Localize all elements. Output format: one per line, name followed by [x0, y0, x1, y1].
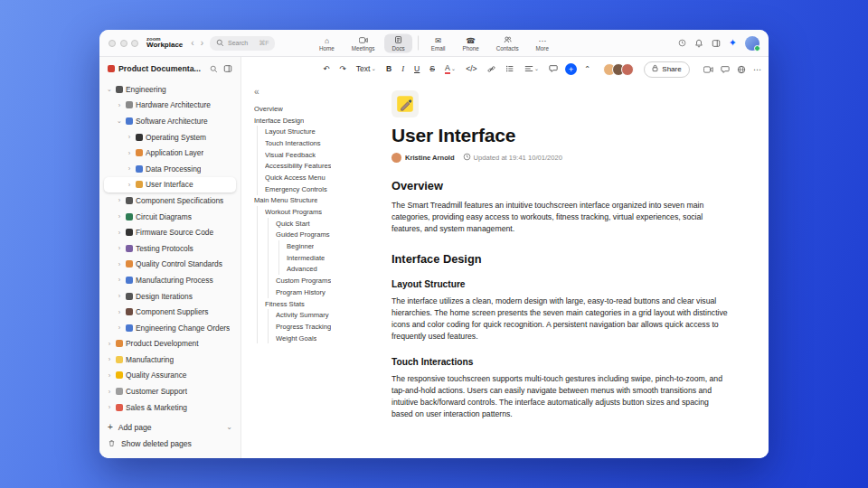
chevron-right-icon[interactable]: ›: [126, 149, 133, 157]
outline-item-advanced[interactable]: Advanced: [254, 264, 384, 276]
outline-item-quick-start[interactable]: Quick Start: [254, 218, 384, 230]
italic-button[interactable]: I: [399, 62, 407, 75]
outline-item-beginner[interactable]: Beginner: [254, 240, 384, 252]
redo-button[interactable]: ↷: [337, 62, 349, 75]
close-window-button[interactable]: [108, 40, 116, 47]
web-icon[interactable]: [737, 65, 746, 74]
outline-item-emergency-controls[interactable]: Emergency Controls: [254, 183, 384, 195]
chevron-right-icon[interactable]: ›: [116, 244, 123, 252]
strikethrough-button[interactable]: S: [427, 62, 438, 75]
add-page-button[interactable]: + Add page ⌄: [108, 420, 232, 434]
video-icon[interactable]: [703, 66, 713, 73]
outline-item-fitness-stats[interactable]: Fitness Stats: [254, 298, 384, 310]
outline-item-progress-tracking[interactable]: Progress Tracking: [254, 321, 384, 333]
collapse-outline-icon[interactable]: «: [254, 87, 384, 99]
doc-emoji-icon[interactable]: [392, 90, 419, 117]
outline-item-quick-access-menu[interactable]: Quick Access Menu: [254, 172, 384, 183]
chat-icon[interactable]: [721, 65, 730, 74]
outline-item-intermediate[interactable]: Intermediate: [254, 252, 384, 264]
text-style-button[interactable]: Text⌄: [354, 62, 379, 75]
sidebar-item-circuit-diagrams[interactable]: ›Circuit Diagrams: [104, 209, 236, 225]
sidebar-item-component-specifications[interactable]: ›Component Specifications: [104, 192, 236, 209]
chevron-right-icon[interactable]: ›: [106, 388, 113, 396]
bullet-list-button[interactable]: [503, 62, 517, 75]
sidebar-item-component-suppliers[interactable]: ›Component Suppliers: [104, 304, 236, 320]
more-h-icon[interactable]: ⋯: [753, 65, 761, 74]
bell-icon[interactable]: [694, 39, 703, 48]
tab-phone[interactable]: ☎Phone: [456, 33, 486, 52]
outline-item-visual-feedback[interactable]: Visual Feedback: [254, 149, 384, 161]
text-color-button[interactable]: A⌄: [442, 62, 458, 76]
bold-button[interactable]: B: [383, 62, 394, 75]
insert-button[interactable]: +: [565, 63, 577, 75]
sidebar-item-sales-marketing[interactable]: ›Sales & Marketing: [104, 399, 236, 416]
outline-item-layout-structure[interactable]: Layout Structure: [254, 126, 384, 137]
outline-item-program-history[interactable]: Program History: [254, 286, 384, 298]
notebook-title[interactable]: Product Documenta...: [118, 64, 206, 73]
chevron-down-icon[interactable]: ⌄: [116, 117, 123, 125]
chevron-down-icon[interactable]: ⌄: [226, 423, 232, 431]
chevron-right-icon[interactable]: ›: [126, 181, 133, 189]
outline-item-main-menu-structure[interactable]: Main Menu Structure: [254, 195, 384, 207]
forward-button[interactable]: ›: [201, 38, 203, 48]
tab-email[interactable]: ✉Email: [424, 33, 453, 52]
clock-icon[interactable]: [678, 39, 686, 47]
chevron-right-icon[interactable]: ›: [116, 212, 123, 221]
sidebar-item-user-interface[interactable]: ›User Interface: [104, 177, 236, 193]
collapse-sidebar-icon[interactable]: [223, 64, 232, 73]
undo-button[interactable]: ↶: [320, 62, 332, 75]
sidebar-item-engineering[interactable]: ⌄Engineering: [104, 81, 236, 98]
chevron-right-icon[interactable]: ›: [106, 371, 113, 380]
outline-item-custom-programs[interactable]: Custom Programs: [254, 275, 384, 286]
chevron-down-icon[interactable]: ⌄: [106, 85, 113, 93]
chevron-right-icon[interactable]: ›: [116, 260, 123, 268]
outline-item-accessibility-features[interactable]: Accessibility Features: [254, 160, 384, 172]
outline-item-guided-programs[interactable]: Guided Programs: [254, 230, 384, 241]
outline-item-overview[interactable]: Overview: [254, 103, 384, 115]
comment-button[interactable]: [546, 62, 561, 75]
sidebar-item-manufacturing[interactable]: ›Manufacturing: [104, 352, 236, 368]
link-button[interactable]: [485, 63, 498, 75]
chevron-right-icon[interactable]: ›: [106, 355, 113, 363]
chevron-right-icon[interactable]: ›: [106, 340, 113, 348]
side-panel-icon[interactable]: [712, 39, 721, 48]
collaborator-avatar[interactable]: [621, 63, 634, 76]
sidebar-item-product-development[interactable]: ›Product Development: [104, 336, 236, 352]
sidebar-item-testing-protocols[interactable]: ›Testing Protocols: [104, 240, 236, 257]
tab-more[interactable]: ⋯More: [529, 33, 556, 52]
tab-contacts[interactable]: Contacts: [489, 33, 526, 52]
share-button[interactable]: Share: [644, 61, 689, 78]
sidebar-search-icon[interactable]: [210, 65, 218, 73]
outline-item-activity-summary[interactable]: Activity Summary: [254, 309, 384, 321]
chevron-right-icon[interactable]: ›: [126, 164, 133, 173]
outline-item-touch-interactions[interactable]: Touch Interactions: [254, 137, 384, 149]
outline-item-workout-programs[interactable]: Workout Programs: [254, 206, 384, 218]
chevron-right-icon[interactable]: ›: [116, 292, 123, 300]
align-button[interactable]: ⌄: [522, 62, 542, 75]
sidebar-item-quality-assurance[interactable]: ›Quality Assurance: [104, 368, 236, 384]
sidebar-item-design-iterations[interactable]: ›Design Iterations: [104, 288, 236, 305]
collapse-toolbar-button[interactable]: ⌃: [581, 62, 593, 75]
sidebar-item-firmware-source-code[interactable]: ›Firmware Source Code: [104, 224, 236, 240]
sidebar-item-engineering-change-orders[interactable]: ›Engineering Change Orders: [104, 320, 236, 336]
chevron-right-icon[interactable]: ›: [116, 276, 123, 284]
sidebar-item-manufacturing-process[interactable]: ›Manufacturing Process: [104, 272, 236, 288]
sidebar-item-quality-control-standards[interactable]: ›Quality Control Standards: [104, 257, 236, 273]
outline-item-interface-design[interactable]: Interface Design: [254, 115, 384, 127]
tab-home[interactable]: ⌂Home: [312, 33, 342, 52]
chevron-right-icon[interactable]: ›: [116, 229, 123, 237]
global-search-input[interactable]: Search ⌘F: [210, 36, 275, 51]
sidebar-item-software-architecture[interactable]: ⌄Software Architecture: [104, 113, 236, 129]
sidebar-item-operating-system[interactable]: ›Operating System: [104, 129, 236, 145]
back-button[interactable]: ‹: [191, 38, 193, 48]
chevron-right-icon[interactable]: ›: [106, 403, 113, 411]
tab-meetings[interactable]: Meetings: [344, 33, 382, 52]
code-button[interactable]: </>: [463, 62, 479, 75]
sidebar-item-data-processing[interactable]: ›Data Processing: [104, 161, 236, 177]
maximize-window-button[interactable]: [131, 40, 138, 47]
ai-companion-icon[interactable]: ✦: [729, 37, 737, 49]
show-deleted-pages-button[interactable]: Show deleted pages: [108, 436, 232, 450]
sidebar-item-application-layer[interactable]: ›Application Layer: [104, 145, 236, 161]
sidebar-item-hardware-architecture[interactable]: ›Hardware Architecture: [104, 98, 236, 114]
sidebar-item-customer-support[interactable]: ›Customer Support: [104, 383, 236, 399]
